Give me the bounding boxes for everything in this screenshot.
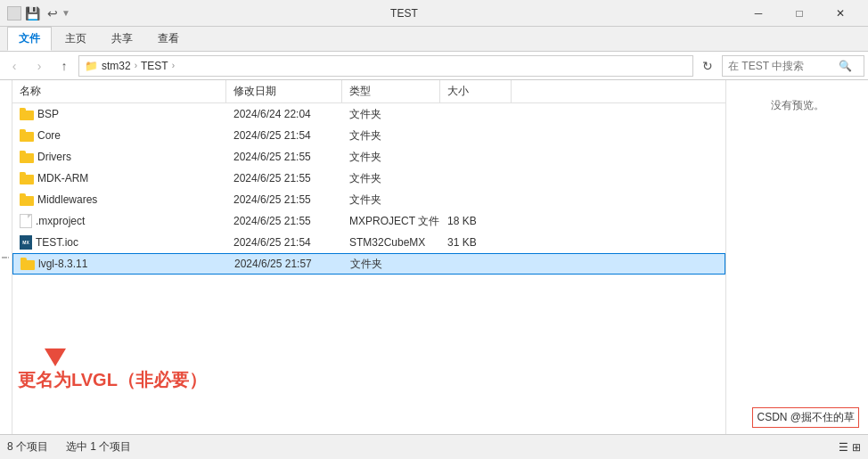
folder-icon [20, 151, 34, 163]
cell-name-4: Middlewares [12, 193, 226, 206]
grid-view-icon[interactable]: ⊞ [852, 441, 861, 454]
folder-icon [20, 129, 34, 142]
col-header-name[interactable]: 名称 [12, 80, 226, 102]
ribbon: 文件 主页 共享 查看 [0, 27, 868, 52]
title-bar-icons: 💾 ↩ ▼ [7, 6, 70, 20]
file-name-2: Drivers [37, 151, 71, 163]
item-count: 8 个项目 [7, 439, 48, 455]
sidebar: i [0, 80, 12, 434]
cell-date-2: 2024/6/25 21:55 [226, 151, 342, 163]
file-list-header: 名称 修改日期 类型 大小 [12, 80, 725, 103]
cell-name-1: Core [12, 129, 226, 142]
file-name-4: Middlewares [37, 193, 97, 206]
search-icon: 🔍 [839, 60, 852, 72]
file-row-5[interactable]: .mxproject 2024/6/25 21:55 MXPROJECT 文件 … [12, 210, 725, 232]
file-name-3: MDK-ARM [37, 172, 88, 184]
cell-type-3: 文件夹 [342, 171, 440, 186]
cell-type-0: 文件夹 [342, 107, 440, 122]
file-list: BSP 2024/6/24 22:04 文件夹 Core 2024/6/25 2… [12, 103, 725, 434]
list-view-icon[interactable]: ☰ [839, 441, 848, 454]
cell-type-4: 文件夹 [342, 193, 440, 208]
watermark: CSDN @掘不住的草 [752, 407, 859, 428]
col-header-date[interactable]: 修改日期 [226, 80, 342, 102]
forward-button[interactable]: › [29, 55, 50, 77]
window-controls: ─ □ ✕ [738, 0, 861, 27]
stm-file-icon: MX [20, 235, 32, 250]
quick-access-bar: 💾 ↩ [25, 6, 58, 20]
window-title: TEST [70, 7, 738, 20]
cell-date-6: 2024/6/25 21:54 [226, 236, 342, 249]
minimize-button[interactable]: ─ [738, 0, 779, 27]
selected-count: 选中 1 个项目 [66, 439, 131, 455]
cell-type-7: 文件夹 [343, 257, 441, 272]
address-path[interactable]: 📁 stm32 › TEST › [78, 55, 693, 77]
col-header-type[interactable]: 类型 [342, 80, 440, 102]
dropdown-arrow[interactable]: ▼ [61, 8, 70, 18]
cell-size-6: 31 KB [440, 236, 512, 249]
cell-name-5: .mxproject [12, 214, 226, 228]
title-bar: 💾 ↩ ▼ TEST ─ □ ✕ [0, 0, 868, 27]
cell-type-1: 文件夹 [342, 128, 440, 143]
file-name-0: BSP [37, 108, 59, 120]
cell-date-7: 2024/6/25 21:57 [227, 258, 343, 270]
close-button[interactable]: ✕ [820, 0, 861, 27]
main-area: i 名称 修改日期 类型 大小 BSP 2024/6/24 22:04 文件夹 … [0, 80, 868, 434]
search-input[interactable] [728, 60, 835, 72]
file-row-1[interactable]: Core 2024/6/25 21:54 文件夹 [12, 125, 725, 146]
path-sep-2: › [172, 61, 175, 70]
up-button[interactable]: ↑ [53, 55, 75, 77]
cell-size-5: 18 KB [440, 215, 512, 227]
cell-name-0: BSP [12, 108, 226, 120]
cell-date-5: 2024/6/25 21:55 [226, 215, 342, 227]
cell-date-1: 2024/6/25 21:54 [226, 129, 342, 142]
no-preview-text: 没有预览。 [771, 98, 824, 113]
folder-icon [20, 193, 34, 206]
address-bar: ‹ › ↑ 📁 stm32 › TEST › ↻ 🔍 [0, 52, 868, 80]
cell-date-0: 2024/6/24 22:04 [226, 108, 342, 120]
status-left: 8 个项目 选中 1 个项目 [7, 439, 131, 455]
cell-type-5: MXPROJECT 文件 [342, 214, 440, 229]
file-name-1: Core [37, 129, 61, 142]
cell-date-3: 2024/6/25 21:55 [226, 172, 342, 184]
cell-name-7: lvgl-8.3.11 [13, 258, 227, 270]
col-header-size[interactable]: 大小 [440, 80, 512, 102]
file-row-4[interactable]: Middlewares 2024/6/25 21:55 文件夹 [12, 189, 725, 210]
status-bar: 8 个项目 选中 1 个项目 ☰ ⊞ [0, 434, 868, 459]
undo-icon[interactable]: ↩ [47, 6, 58, 20]
ribbon-tabs: 文件 主页 共享 查看 [0, 27, 868, 51]
file-row-3[interactable]: MDK-ARM 2024/6/25 21:55 文件夹 [12, 168, 725, 189]
refresh-button[interactable]: ↻ [697, 55, 718, 77]
file-name-5: .mxproject [36, 215, 85, 227]
tab-view[interactable]: 查看 [146, 27, 191, 51]
cell-name-3: MDK-ARM [12, 172, 226, 184]
back-button[interactable]: ‹ [4, 55, 25, 77]
folder-icon-path: 📁 [85, 60, 98, 72]
cell-type-6: STM32CubeMX [342, 236, 440, 249]
tab-share[interactable]: 共享 [100, 27, 144, 51]
path-test[interactable]: TEST [141, 60, 168, 72]
folder-icon [20, 108, 34, 120]
sidebar-resize-handle[interactable] [8, 80, 12, 434]
maximize-button[interactable]: □ [779, 0, 820, 27]
tab-file[interactable]: 文件 [7, 27, 52, 51]
file-row-0[interactable]: BSP 2024/6/24 22:04 文件夹 [12, 103, 725, 125]
cell-name-2: Drivers [12, 151, 226, 163]
file-row-6[interactable]: MX TEST.ioc 2024/6/25 21:54 STM32CubeMX … [12, 232, 725, 253]
folder-icon [20, 258, 35, 270]
save-icon[interactable]: 💾 [25, 6, 40, 20]
file-name-7: lvgl-8.3.11 [38, 258, 87, 270]
file-row-2[interactable]: Drivers 2024/6/25 21:55 文件夹 [12, 146, 725, 168]
window-icon [7, 6, 21, 20]
status-right: ☰ ⊞ [839, 441, 861, 454]
tab-home[interactable]: 主页 [53, 27, 98, 51]
file-icon [20, 214, 32, 228]
file-name-6: TEST.ioc [36, 236, 78, 249]
preview-panel: 没有预览。 [725, 80, 868, 434]
cell-name-6: MX TEST.ioc [12, 235, 226, 250]
path-stm32[interactable]: stm32 [102, 60, 131, 72]
file-list-area: 名称 修改日期 类型 大小 BSP 2024/6/24 22:04 文件夹 Co… [12, 80, 725, 434]
cell-type-2: 文件夹 [342, 150, 440, 165]
file-row-7[interactable]: lvgl-8.3.11 2024/6/25 21:57 文件夹 [12, 253, 725, 275]
path-sep-1: › [135, 61, 137, 70]
search-box[interactable]: 🔍 [722, 55, 864, 77]
